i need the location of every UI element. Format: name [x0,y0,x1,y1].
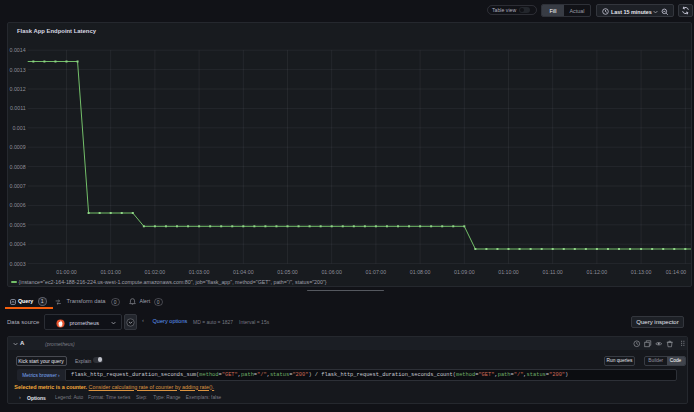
svg-text:01:13:00: 01:13:00 [631,269,652,275]
svg-text:01:05:00: 01:05:00 [277,269,298,275]
svg-text:0.0003: 0.0003 [9,261,25,267]
svg-text:0.0012: 0.0012 [9,86,25,92]
svg-text:01:03:00: 01:03:00 [189,269,210,275]
svg-text:0.001: 0.001 [12,125,25,131]
svg-text:01:04:00: 01:04:00 [233,269,254,275]
svg-text:01:08:00: 01:08:00 [410,269,431,275]
svg-text:01:07:00: 01:07:00 [366,269,387,275]
svg-text:01:06:00: 01:06:00 [321,269,342,275]
svg-text:01:09:00: 01:09:00 [454,269,475,275]
svg-text:01:11:00: 01:11:00 [543,269,563,275]
svg-text:0.0011: 0.0011 [10,105,26,111]
svg-text:0.0006: 0.0006 [9,202,25,208]
svg-text:0.0013: 0.0013 [9,67,25,73]
svg-text:0.0004: 0.0004 [9,241,25,247]
svg-text:01:02:00: 01:02:00 [145,269,166,275]
svg-text:0.0007: 0.0007 [9,183,25,189]
svg-text:01:10:00: 01:10:00 [498,269,519,275]
svg-text:0.0008: 0.0008 [9,164,25,170]
svg-text:0.0005: 0.0005 [9,222,25,228]
svg-text:01:00:00: 01:00:00 [56,269,77,275]
svg-text:0.0014: 0.0014 [9,47,25,53]
svg-text:01:01:00: 01:01:00 [100,269,121,275]
svg-text:0.0009: 0.0009 [9,144,25,150]
svg-text:01:12:00: 01:12:00 [587,269,608,275]
svg-text:01:14:00: 01:14:00 [666,269,687,275]
